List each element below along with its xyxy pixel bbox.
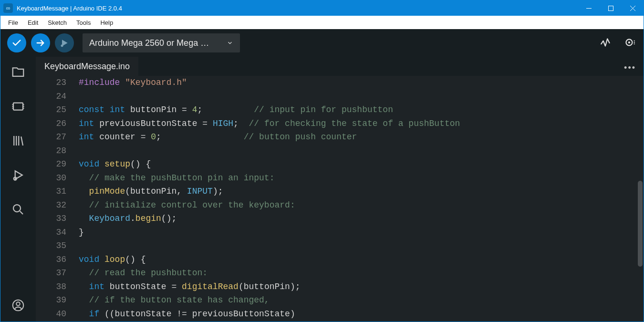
window-titlebar: ∞ KeyboardMessage | Arduino IDE 2.0.4 xyxy=(0,0,644,16)
svg-rect-0 xyxy=(608,6,613,10)
board-selector[interactable]: Arduino Mega 2560 or Mega … xyxy=(83,33,240,52)
code-content: void loop() { xyxy=(79,253,145,267)
code-content: } xyxy=(79,226,84,239)
debug-button[interactable] xyxy=(55,33,74,52)
window-title: KeyboardMessage | Arduino IDE 2.0.4 xyxy=(17,5,578,12)
line-number: 24 xyxy=(36,90,79,104)
line-number: 25 xyxy=(36,103,79,117)
code-editor[interactable]: 23#include "Keyboard.h"24 25const int bu… xyxy=(36,76,644,322)
code-content: // initialize control over the keyboard: xyxy=(79,198,295,212)
menu-help[interactable]: Help xyxy=(95,18,118,28)
library-manager-icon[interactable] xyxy=(9,131,28,150)
activity-bar xyxy=(0,57,36,322)
line-number: 30 xyxy=(36,171,79,185)
serial-monitor-icon[interactable] xyxy=(623,36,637,50)
code-line: 33 Keyboard.begin(); xyxy=(36,212,644,226)
line-number: 23 xyxy=(36,76,79,90)
line-number: 29 xyxy=(36,157,79,171)
code-line: 31 pinMode(buttonPin, INPUT); xyxy=(36,185,644,198)
main-area: KeyboardMessage.ino ••• 23#include "Keyb… xyxy=(0,57,644,322)
board-selector-label: Arduino Mega 2560 or Mega … xyxy=(89,38,209,48)
line-number: 33 xyxy=(36,212,79,226)
line-number: 31 xyxy=(36,185,79,198)
verify-button[interactable] xyxy=(7,33,26,52)
line-number: 37 xyxy=(36,266,79,280)
code-line: 27int counter = 0; // button push counte… xyxy=(36,130,644,144)
menu-tools[interactable]: Tools xyxy=(72,18,95,28)
editor-tab-label: KeyboardMessage.ino xyxy=(44,62,130,72)
code-content: if ((buttonState != previousButtonState) xyxy=(79,307,295,321)
code-content xyxy=(79,144,84,158)
line-number: 36 xyxy=(36,253,79,267)
line-number: 27 xyxy=(36,130,79,144)
chevron-down-icon xyxy=(227,40,233,46)
editor-tab-active[interactable]: KeyboardMessage.ino xyxy=(36,57,138,76)
menu-bar: File Edit Sketch Tools Help xyxy=(0,16,644,29)
line-number: 40 xyxy=(36,307,79,321)
code-content: // if the button state has changed, xyxy=(79,293,270,307)
line-number: 28 xyxy=(36,144,79,158)
svg-point-6 xyxy=(13,205,21,212)
code-content: Keyboard.begin(); xyxy=(79,212,177,226)
serial-plotter-icon[interactable] xyxy=(599,36,613,50)
upload-button[interactable] xyxy=(31,33,50,52)
code-line: 37 // read the pushbutton: xyxy=(36,266,644,280)
code-line: 28 xyxy=(36,144,644,158)
code-line: 32 // initialize control over the keyboa… xyxy=(36,198,644,212)
code-line: 30 // make the pushButton pin an input: xyxy=(36,171,644,185)
boards-manager-icon[interactable] xyxy=(9,97,28,116)
code-line: 29void setup() { xyxy=(36,157,644,171)
code-content: // make the pushButton pin an input: xyxy=(79,171,274,185)
menu-file[interactable]: File xyxy=(3,18,23,28)
window-maximize-button[interactable] xyxy=(600,0,622,16)
code-content: int previousButtonState = HIGH; // for c… xyxy=(79,117,460,131)
search-icon[interactable] xyxy=(9,200,28,219)
arduino-logo-icon: ∞ xyxy=(3,3,13,13)
code-content: const int buttonPin = 4; // input pin fo… xyxy=(79,103,393,117)
line-number: 38 xyxy=(36,280,79,294)
svg-point-3 xyxy=(628,42,630,43)
code-content: pinMode(buttonPin, INPUT); xyxy=(79,185,223,198)
line-number: 39 xyxy=(36,293,79,307)
code-line: 40 if ((buttonState != previousButtonSta… xyxy=(36,307,644,321)
editor-tabbar: KeyboardMessage.ino ••• xyxy=(36,57,644,76)
code-line: 34} xyxy=(36,226,644,239)
debug-panel-icon[interactable] xyxy=(9,166,28,185)
code-line: 35 xyxy=(36,239,644,253)
menu-sketch[interactable]: Sketch xyxy=(43,18,72,28)
code-line: 36void loop() { xyxy=(36,253,644,267)
line-number: 26 xyxy=(36,117,79,131)
code-content xyxy=(79,239,84,253)
scrollbar-thumb[interactable] xyxy=(638,181,643,267)
toolbar: Arduino Mega 2560 or Mega … xyxy=(0,29,644,57)
code-content: #include "Keyboard.h" xyxy=(79,76,187,90)
line-number: 35 xyxy=(36,239,79,253)
svg-point-8 xyxy=(16,302,20,306)
window-close-button[interactable] xyxy=(622,0,644,16)
code-content: // read the pushbutton: xyxy=(79,266,208,280)
svg-rect-4 xyxy=(13,103,23,110)
editor-panel: KeyboardMessage.ino ••• 23#include "Keyb… xyxy=(36,57,644,322)
sketchbook-icon[interactable] xyxy=(9,62,28,82)
code-line: 26int previousButtonState = HIGH; // for… xyxy=(36,117,644,131)
menu-edit[interactable]: Edit xyxy=(23,18,43,28)
window-minimize-button[interactable] xyxy=(578,0,600,16)
code-content: int counter = 0; // button push counter xyxy=(79,130,357,144)
line-number: 34 xyxy=(36,226,79,239)
code-line: 24 xyxy=(36,90,644,104)
account-icon[interactable] xyxy=(9,296,28,315)
code-content: void setup() { xyxy=(79,157,151,171)
code-content xyxy=(79,90,84,104)
svg-point-1 xyxy=(61,44,63,47)
editor-tab-more-icon[interactable]: ••• xyxy=(621,60,639,76)
code-line: 38 int buttonState = digitalRead(buttonP… xyxy=(36,280,644,294)
code-line: 23#include "Keyboard.h" xyxy=(36,76,644,90)
code-line: 25const int buttonPin = 4; // input pin … xyxy=(36,103,644,117)
code-content: int buttonState = digitalRead(buttonPin)… xyxy=(79,280,301,294)
line-number: 32 xyxy=(36,198,79,212)
code-line: 39 // if the button state has changed, xyxy=(36,293,644,307)
